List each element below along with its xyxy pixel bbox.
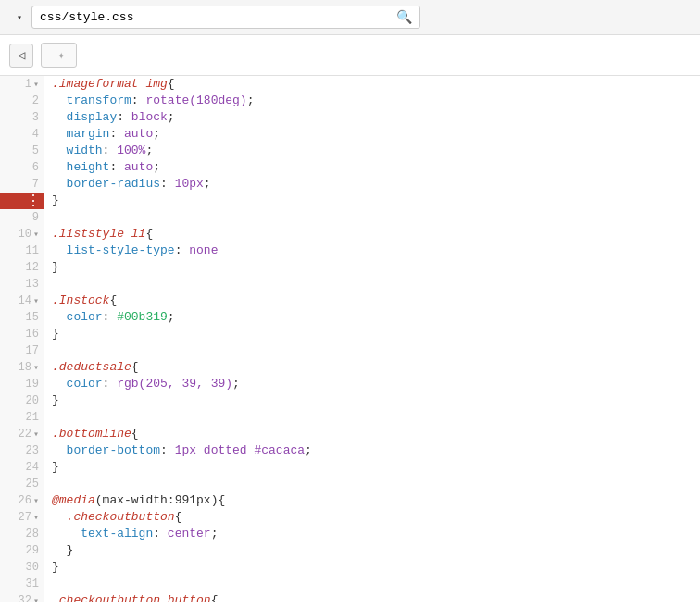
fold-arrow-icon[interactable]: ▾ xyxy=(33,512,39,523)
table-row: 20} xyxy=(0,392,700,409)
plain-token: : xyxy=(117,110,131,124)
table-row: 7 border-radius: 10px; xyxy=(0,176,700,193)
line-content: margin: auto; xyxy=(44,126,700,143)
line-num-label: 3 xyxy=(32,111,39,124)
line-content: } xyxy=(44,542,700,559)
plain-token: ; xyxy=(204,177,211,191)
fold-arrow-icon[interactable]: ▾ xyxy=(33,595,39,602)
prop-token: margin xyxy=(52,127,109,141)
fold-arrow-icon[interactable]: ▾ xyxy=(33,495,39,506)
table-row: ⋮} xyxy=(0,193,700,209)
line-number: 9 xyxy=(0,209,44,226)
plain-token: ; xyxy=(153,127,160,141)
line-content: .bottomline{ xyxy=(44,426,700,442)
table-row: 30} xyxy=(0,559,700,576)
line-num-label: 7 xyxy=(32,178,39,191)
plain-token: : xyxy=(160,177,175,191)
table-row: 26▾@media(max-width:991px){ xyxy=(0,492,700,509)
top-bar: ▾ 🔍 xyxy=(0,0,700,35)
line-num-label: 6 xyxy=(32,161,39,174)
prop-token: list-style-type xyxy=(52,243,175,257)
editor-area: 1▾.imageformat img{2 transform: rotate(1… xyxy=(0,76,700,602)
line-number: 23 xyxy=(0,442,44,459)
val-string-token: 10px xyxy=(175,177,204,191)
line-num-label: 19 xyxy=(26,378,39,391)
line-num-label: 25 xyxy=(26,478,39,491)
plain-token: : xyxy=(109,127,124,141)
plain-token: ; xyxy=(247,93,255,107)
line-num-label: 13 xyxy=(26,278,39,291)
search-input[interactable] xyxy=(40,10,396,24)
line-num-label: 9 xyxy=(32,211,39,224)
line-number: 18▾ xyxy=(0,359,44,376)
sel-token: .checkoutbutton xyxy=(67,510,175,524)
val-string-token: block xyxy=(131,110,168,124)
line-num-label: 14 xyxy=(19,294,31,307)
line-num-label: 31 xyxy=(26,578,39,590)
line-num-label: 24 xyxy=(26,461,39,474)
prop-token: color xyxy=(52,377,103,391)
line-content: text-align: center; xyxy=(44,526,700,542)
line-number: 31 xyxy=(0,576,44,592)
line-num-label: 1 xyxy=(25,78,31,91)
line-content: } xyxy=(44,259,700,276)
line-num-label: 23 xyxy=(26,444,39,457)
plain-token: ; xyxy=(305,443,312,457)
atrule-token: @media xyxy=(52,493,95,507)
line-content xyxy=(44,276,700,292)
fold-arrow-icon[interactable]: ▾ xyxy=(33,79,39,90)
line-number: 13 xyxy=(0,276,44,292)
table-row: 1▾.imageformat img{ xyxy=(0,76,700,93)
line-number: 20 xyxy=(0,392,44,409)
table-row: 27▾ .checkoutbutton{ xyxy=(0,509,700,526)
line-content: .checkoutbutton{ xyxy=(44,509,700,526)
line-number: 24 xyxy=(0,459,44,476)
line-number: 26▾ xyxy=(0,492,44,509)
fold-arrow-icon[interactable]: ▾ xyxy=(33,295,39,306)
line-number: 25 xyxy=(0,476,44,492)
line-content: } xyxy=(44,326,700,342)
plain-token: : xyxy=(160,443,175,457)
plain-token: ; xyxy=(211,527,219,541)
line-content: } xyxy=(44,392,700,409)
line-num-label: 32 xyxy=(19,594,31,602)
plain-token: { xyxy=(131,427,139,441)
format-file-button[interactable]: ✦ xyxy=(41,43,77,68)
line-content: transform: rotate(180deg); xyxy=(44,93,700,109)
line-content: } xyxy=(44,193,700,209)
table-row: 6 height: auto; xyxy=(0,159,700,176)
line-number: 2 xyxy=(0,93,44,109)
plain-token: } xyxy=(52,327,59,341)
how-dropdown[interactable]: ▾ xyxy=(9,10,26,25)
fold-arrow-icon[interactable]: ▾ xyxy=(33,429,39,440)
line-number: 27▾ xyxy=(0,509,44,526)
sel-token: .imageformat img xyxy=(52,77,168,91)
code-editor[interactable]: 1▾.imageformat img{2 transform: rotate(1… xyxy=(0,76,700,602)
line-content: .checkoutbutton button{ xyxy=(44,592,700,602)
nav-back-icon: ◁ xyxy=(18,47,25,63)
plain-token xyxy=(52,510,67,524)
line-number: ⋮ xyxy=(0,193,44,209)
plain-token: } xyxy=(52,560,59,574)
line-num-label: 18 xyxy=(19,361,31,374)
table-row: 21 xyxy=(0,409,700,426)
line-content: .deductsale{ xyxy=(44,359,700,376)
fold-arrow-icon[interactable]: ▾ xyxy=(33,229,39,240)
line-number: 4 xyxy=(0,126,44,143)
table-row: 24} xyxy=(0,459,700,476)
line-number: 21 xyxy=(0,409,44,426)
table-row: 19 color: rgb(205, 39, 39); xyxy=(0,376,700,392)
fold-arrow-icon[interactable]: ▾ xyxy=(33,362,39,373)
line-number: 16 xyxy=(0,326,44,342)
line-content xyxy=(44,576,700,592)
line-content: display: block; xyxy=(44,109,700,126)
plain-token: : xyxy=(103,310,118,324)
plain-token: ; xyxy=(145,143,153,157)
plain-token: : xyxy=(153,527,168,541)
plain-token: ; xyxy=(168,110,175,124)
plain-token: } xyxy=(52,393,59,407)
nav-back-button[interactable]: ◁ xyxy=(9,44,33,68)
search-bar[interactable]: 🔍 xyxy=(31,6,420,29)
sel-token: .deductsale xyxy=(52,360,131,374)
line-number: 30 xyxy=(0,559,44,576)
